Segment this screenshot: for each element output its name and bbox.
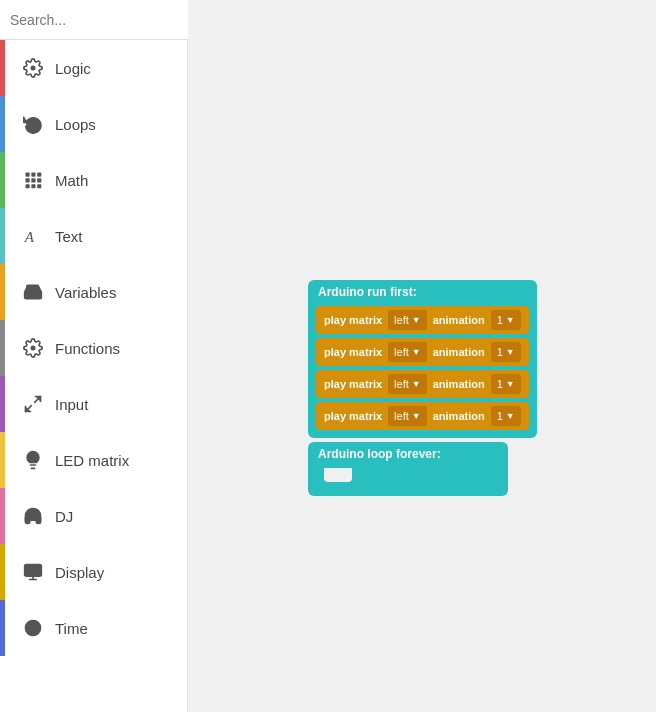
sidebar-label-loops: Loops bbox=[55, 116, 96, 133]
block-group: Arduino run first: play matrix left ▼ an… bbox=[308, 280, 656, 496]
play-row-2[interactable]: play matrix left ▼ animation 1 ▼ bbox=[316, 338, 529, 366]
svg-rect-7 bbox=[31, 184, 35, 188]
num-btn-4[interactable]: 1 ▼ bbox=[491, 406, 521, 426]
dropdown-arrow-4: ▼ bbox=[412, 411, 421, 421]
num-arrow-3: ▼ bbox=[506, 379, 515, 389]
inbox-icon bbox=[19, 282, 47, 302]
anim-label-1: animation bbox=[433, 314, 485, 326]
num-btn-1[interactable]: 1 ▼ bbox=[491, 310, 521, 330]
sidebar-label-logic: Logic bbox=[55, 60, 91, 77]
svg-text:A: A bbox=[24, 229, 35, 245]
loop-notch bbox=[324, 468, 352, 482]
play-row-4[interactable]: play matrix left ▼ animation 1 ▼ bbox=[316, 402, 529, 430]
num-arrow-1: ▼ bbox=[506, 315, 515, 325]
sidebar-label-led-matrix: LED matrix bbox=[55, 452, 129, 469]
arduino-loop-block[interactable]: Arduino loop forever: bbox=[308, 442, 508, 496]
sidebar-item-display[interactable]: Display bbox=[0, 544, 187, 600]
svg-rect-0 bbox=[26, 173, 30, 177]
sidebar-item-functions[interactable]: Functions bbox=[0, 320, 187, 376]
run-header: Arduino run first: bbox=[308, 280, 537, 302]
dir-dropdown-4[interactable]: left ▼ bbox=[388, 406, 427, 426]
play-label-1: play matrix bbox=[324, 314, 382, 326]
refresh-icon bbox=[19, 114, 47, 134]
svg-rect-12 bbox=[25, 565, 42, 577]
functions-gear-icon bbox=[19, 338, 47, 358]
svg-rect-1 bbox=[31, 173, 35, 177]
sidebar-item-time[interactable]: Time bbox=[0, 600, 187, 656]
sidebar-label-text: Text bbox=[55, 228, 83, 245]
arduino-run-block[interactable]: Arduino run first: play matrix left ▼ an… bbox=[308, 280, 537, 438]
dropdown-arrow-3: ▼ bbox=[412, 379, 421, 389]
sidebar-item-math[interactable]: Math bbox=[0, 152, 187, 208]
play-row-1[interactable]: play matrix left ▼ animation 1 ▼ bbox=[316, 306, 529, 334]
sidebar-item-logic[interactable]: Logic bbox=[0, 40, 187, 96]
loop-header: Arduino loop forever: bbox=[308, 442, 508, 464]
sidebar-label-dj: DJ bbox=[55, 508, 73, 525]
text-icon: A bbox=[19, 226, 47, 246]
dropdown-arrow-1: ▼ bbox=[412, 315, 421, 325]
bulb-icon bbox=[19, 450, 47, 470]
play-label-2: play matrix bbox=[324, 346, 382, 358]
arrow-expand-icon bbox=[19, 394, 47, 414]
sidebar: Logic Loops Math A Text bbox=[0, 40, 188, 712]
sidebar-item-input[interactable]: Input bbox=[0, 376, 187, 432]
num-btn-2[interactable]: 1 ▼ bbox=[491, 342, 521, 362]
sidebar-item-loops[interactable]: Loops bbox=[0, 96, 187, 152]
sidebar-item-text[interactable]: A Text bbox=[0, 208, 187, 264]
search-bar bbox=[0, 0, 188, 40]
sidebar-item-dj[interactable]: DJ bbox=[0, 488, 187, 544]
grid-icon bbox=[19, 170, 47, 190]
sidebar-label-display: Display bbox=[55, 564, 104, 581]
dir-dropdown-1[interactable]: left ▼ bbox=[388, 310, 427, 330]
dir-dropdown-3[interactable]: left ▼ bbox=[388, 374, 427, 394]
anim-label-2: animation bbox=[433, 346, 485, 358]
svg-rect-6 bbox=[26, 184, 30, 188]
play-label-4: play matrix bbox=[324, 410, 382, 422]
monitor-icon bbox=[19, 562, 47, 582]
sidebar-label-input: Input bbox=[55, 396, 88, 413]
svg-rect-8 bbox=[37, 184, 41, 188]
headphone-icon bbox=[19, 506, 47, 526]
sidebar-label-functions: Functions bbox=[55, 340, 120, 357]
search-input[interactable] bbox=[10, 12, 185, 28]
anim-label-3: animation bbox=[433, 378, 485, 390]
canvas-area: Arduino run first: play matrix left ▼ an… bbox=[188, 40, 656, 712]
num-arrow-2: ▼ bbox=[506, 347, 515, 357]
sidebar-item-led-matrix[interactable]: LED matrix bbox=[0, 432, 187, 488]
run-block-body: play matrix left ▼ animation 1 ▼ bbox=[308, 302, 537, 438]
svg-rect-5 bbox=[37, 178, 41, 182]
sidebar-item-variables[interactable]: Variables bbox=[0, 264, 187, 320]
num-btn-3[interactable]: 1 ▼ bbox=[491, 374, 521, 394]
num-arrow-4: ▼ bbox=[506, 411, 515, 421]
svg-rect-2 bbox=[37, 173, 41, 177]
play-label-3: play matrix bbox=[324, 378, 382, 390]
dir-dropdown-2[interactable]: left ▼ bbox=[388, 342, 427, 362]
svg-rect-3 bbox=[26, 178, 30, 182]
sidebar-label-variables: Variables bbox=[55, 284, 116, 301]
svg-rect-4 bbox=[31, 178, 35, 182]
anim-label-4: animation bbox=[433, 410, 485, 422]
dropdown-arrow-2: ▼ bbox=[412, 347, 421, 357]
sidebar-label-math: Math bbox=[55, 172, 88, 189]
gear-icon bbox=[19, 58, 47, 78]
sidebar-label-time: Time bbox=[55, 620, 88, 637]
loop-body bbox=[308, 464, 508, 496]
play-row-3[interactable]: play matrix left ▼ animation 1 ▼ bbox=[316, 370, 529, 398]
clock-icon bbox=[19, 618, 47, 638]
